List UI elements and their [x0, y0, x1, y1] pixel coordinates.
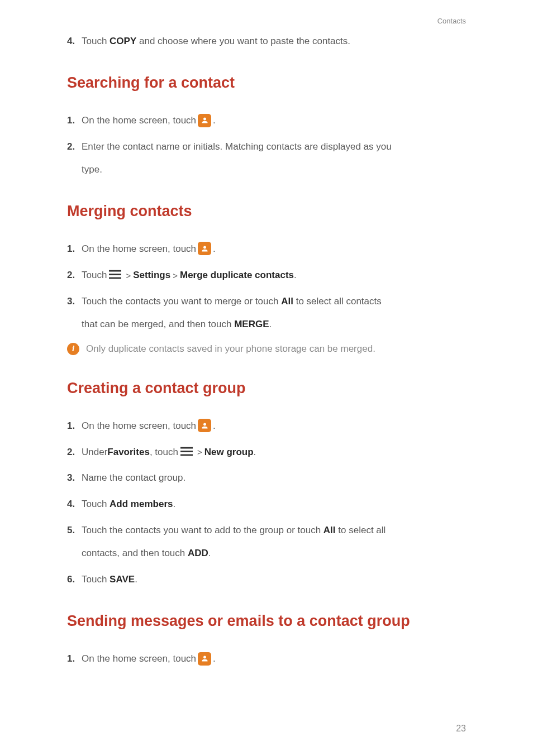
step-4: 4. Touch Add members.: [67, 496, 466, 513]
period: .: [135, 574, 137, 585]
period: .: [269, 319, 272, 329]
step-number: 2.: [67, 444, 79, 461]
step-1: 1. On the home screen, touch .: [67, 418, 466, 434]
bold-save: SAVE: [110, 574, 135, 585]
step-3: 3. Touch the contacts you want to merge …: [67, 294, 466, 310]
contacts-app-icon: [198, 419, 211, 432]
step-number: 1.: [67, 651, 79, 667]
step-number: 2.: [67, 139, 79, 155]
step-3: 3. Name the contact group.: [67, 470, 466, 486]
svg-rect-2: [109, 277, 121, 279]
step-text: On the home screen, touch: [82, 418, 196, 434]
bold-merge: MERGE: [234, 319, 269, 329]
step-2: 2. Under Favorites, touch > New group.: [67, 444, 466, 461]
gt: >: [197, 445, 202, 460]
step-2: 2. Touch > Settings > Merge duplicate co…: [67, 267, 466, 284]
contacts-app-icon: [198, 114, 211, 127]
heading-merging-contacts: Merging contacts: [67, 199, 466, 223]
text-fragment: and choose where you want to paste the c…: [136, 36, 350, 46]
svg-rect-5: [180, 454, 193, 456]
step-number: 3.: [67, 470, 79, 486]
gt: >: [126, 269, 131, 283]
menu-icon: [180, 447, 193, 457]
text-fragment: Touch the contacts you want to merge or …: [82, 296, 281, 307]
text-fragment: Touch: [82, 36, 110, 46]
step-4-copy: 4. Touch COPY and choose where you want …: [67, 34, 466, 50]
step-1: 1. On the home screen, touch .: [67, 241, 466, 257]
step-number: 6.: [67, 572, 79, 588]
step-number: 4.: [67, 34, 79, 50]
step-number: 2.: [67, 267, 79, 284]
step-5-cont: contacts, and then touch ADD.: [82, 546, 466, 562]
document-content: 4. Touch COPY and choose where you want …: [67, 34, 466, 667]
step-text: Enter the contact name or initials. Matc…: [82, 139, 466, 155]
step-text: On the home screen, touch: [82, 241, 196, 257]
step-number: 1.: [67, 113, 79, 129]
step-2-cont: type.: [82, 162, 466, 178]
bold-all: All: [323, 525, 336, 535]
step-text: Name the contact group.: [82, 470, 466, 486]
step-text: Touch the contacts you want to merge or …: [82, 294, 466, 310]
text-fragment: contacts, and then touch: [82, 548, 188, 558]
text-fragment: Touch: [82, 499, 110, 509]
bold-copy: COPY: [110, 36, 136, 46]
step-1: 1. On the home screen, touch .: [67, 651, 466, 667]
period: .: [213, 651, 216, 667]
bold-add: ADD: [188, 548, 208, 558]
step-number: 4.: [67, 496, 79, 513]
period: .: [213, 113, 216, 129]
contacts-app-icon: [198, 652, 211, 666]
bold-favorites: Favorites: [107, 444, 150, 461]
step-text: On the home screen, touch: [82, 651, 196, 667]
step-text: Touch: [82, 267, 107, 284]
period: .: [254, 444, 256, 461]
period: .: [213, 418, 216, 434]
text-fragment: Touch: [82, 574, 110, 585]
page-number: 23: [456, 724, 466, 734]
bold-all: All: [281, 296, 293, 307]
info-note: i Only duplicate contacts saved in your …: [67, 343, 466, 355]
contacts-app-icon: [198, 242, 211, 255]
page-header-section: Contacts: [437, 17, 466, 25]
svg-rect-3: [180, 447, 193, 449]
period: .: [294, 267, 297, 284]
svg-rect-1: [109, 274, 121, 275]
step-text: Touch COPY and choose where you want to …: [82, 34, 466, 50]
step-text: Touch SAVE.: [82, 572, 466, 588]
step-5: 5. Touch the contacts you want to add to…: [67, 523, 466, 539]
text-fragment: to select all: [336, 525, 386, 535]
step-text: Touch Add members.: [82, 496, 466, 513]
step-text: Touch the contacts you want to add to th…: [82, 523, 466, 539]
gt: >: [173, 269, 178, 283]
text-fragment: to select all contacts: [293, 296, 382, 307]
period: .: [208, 548, 211, 558]
info-icon: i: [67, 343, 79, 355]
svg-rect-0: [109, 270, 121, 272]
bold-settings: Settings: [133, 267, 170, 284]
step-text: , touch: [150, 444, 178, 461]
period: .: [173, 499, 175, 509]
heading-sending-messages: Sending messages or emails to a contact …: [67, 609, 466, 633]
step-number: 1.: [67, 241, 79, 257]
step-number: 1.: [67, 418, 79, 434]
svg-rect-4: [180, 451, 193, 452]
step-6: 6. Touch SAVE.: [67, 572, 466, 588]
bold-merge-duplicate: Merge duplicate contacts: [180, 267, 294, 284]
step-number: 3.: [67, 294, 79, 310]
step-text: On the home screen, touch: [82, 113, 196, 129]
text-fragment: that can be merged, and then touch: [82, 319, 234, 329]
heading-searching-contact: Searching for a contact: [67, 71, 466, 95]
step-3-cont: that can be merged, and then touch MERGE…: [82, 317, 466, 333]
step-2: 2. Enter the contact name or initials. M…: [67, 139, 466, 155]
step-number: 5.: [67, 523, 79, 539]
bold-add-members: Add members: [110, 499, 173, 509]
menu-icon: [109, 270, 121, 280]
step-text: Under: [82, 444, 107, 461]
info-text: Only duplicate contacts saved in your ph…: [86, 343, 375, 355]
heading-creating-group: Creating a contact group: [67, 376, 466, 400]
period: .: [213, 241, 216, 257]
text-fragment: Touch the contacts you want to add to th…: [82, 525, 323, 535]
step-1: 1. On the home screen, touch .: [67, 113, 466, 129]
bold-new-group: New group: [204, 444, 254, 461]
